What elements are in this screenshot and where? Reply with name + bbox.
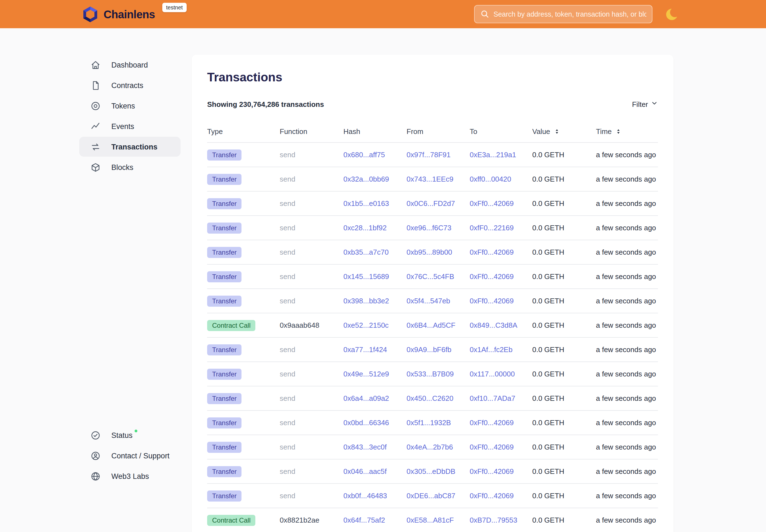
to-link[interactable]: 0xfF0...22169 xyxy=(470,224,532,232)
filter-button-label: Filter xyxy=(632,100,648,108)
sidebar-item-events[interactable]: Events xyxy=(79,116,180,136)
chainlens-app: Chainlens testnet xyxy=(0,0,766,532)
hash-link[interactable]: 0x0bd...66346 xyxy=(343,419,407,427)
to-link[interactable]: 0xFf0...42069 xyxy=(470,199,532,208)
hash-link[interactable]: 0xa77...1f424 xyxy=(343,345,407,354)
to-link[interactable]: 0xf10...7ADa7 xyxy=(470,394,532,402)
type-badge: Transfer xyxy=(207,295,241,306)
table-row: Transfer send 0x32a...0bb69 0x743...1EEc… xyxy=(207,167,658,192)
to-link[interactable]: 0xFf0...42069 xyxy=(470,297,532,305)
type-badge: Transfer xyxy=(207,271,241,282)
time-cell: a few seconds ago xyxy=(596,248,658,256)
from-link[interactable]: 0x0C6...FD2d7 xyxy=(407,199,470,208)
to-link[interactable]: 0xB7D...79553 xyxy=(470,516,532,524)
to-link[interactable]: 0xff0...00420 xyxy=(470,175,532,183)
from-link[interactable]: 0xE58...A81cF xyxy=(407,516,470,524)
sidebar-item-dashboard[interactable]: Dashboard xyxy=(79,55,180,75)
function-cell: send xyxy=(280,248,343,256)
from-link[interactable]: 0x305...eDbDB xyxy=(407,467,470,476)
from-link[interactable]: 0x97f...78F91 xyxy=(407,151,470,159)
table-row: Transfer send 0xb35...a7c70 0xb95...89b0… xyxy=(207,240,658,265)
from-link[interactable]: 0x6B4...Ad5CF xyxy=(407,321,470,329)
column-header-function: Function xyxy=(280,127,343,136)
table-row: Transfer send 0x680...aff75 0x97f...78F9… xyxy=(207,143,658,167)
sort-icon-value[interactable] xyxy=(554,128,561,135)
hash-link[interactable]: 0xe52...2150c xyxy=(343,321,407,329)
to-link[interactable]: 0xFf0...42069 xyxy=(470,272,532,281)
time-cell: a few seconds ago xyxy=(596,321,658,329)
value-cell: 0.0 GETH xyxy=(532,151,596,159)
from-link[interactable]: 0x9A9...bF6fb xyxy=(407,345,470,354)
from-link[interactable]: 0xDE6...abC87 xyxy=(407,492,470,500)
table-row: Transfer send 0x6a4...a09a2 0x450...C262… xyxy=(207,386,658,411)
function-cell: send xyxy=(280,419,343,427)
to-link[interactable]: 0xFf0...42069 xyxy=(470,443,532,451)
hash-link[interactable]: 0x046...aac5f xyxy=(343,467,407,476)
function-cell: send xyxy=(280,199,343,208)
function-cell: send xyxy=(280,370,343,378)
filter-button[interactable]: Filter xyxy=(632,100,658,109)
table-row: Transfer send 0xb0f...46483 0xDE6...abC8… xyxy=(207,484,658,508)
search-icon xyxy=(480,9,490,19)
summary-row: Showing 230,764,286 transactions Filter xyxy=(207,100,658,109)
hash-link[interactable]: 0x6a4...a09a2 xyxy=(343,394,407,402)
to-link[interactable]: 0x117...00000 xyxy=(470,370,532,378)
chevron-down-icon xyxy=(651,100,658,109)
to-link[interactable]: 0xFf0...42069 xyxy=(470,492,532,500)
search-input[interactable] xyxy=(474,5,653,23)
function-cell: 0x9aaab648 xyxy=(280,321,343,329)
brand-logo[interactable]: Chainlens testnet xyxy=(82,6,187,22)
to-link[interactable]: 0x849...C3d8A xyxy=(470,321,532,329)
function-cell: send xyxy=(280,467,343,476)
hash-link[interactable]: 0x64f...75af2 xyxy=(343,516,407,524)
hash-link[interactable]: 0x145...15689 xyxy=(343,272,407,281)
column-header-time: Time xyxy=(596,127,658,136)
support-person-circle-icon xyxy=(90,450,101,461)
token-icon xyxy=(90,100,101,111)
from-link[interactable]: 0x76C...5c4FB xyxy=(407,272,470,281)
hash-link[interactable]: 0x680...aff75 xyxy=(343,151,407,159)
status-check-circle-icon xyxy=(90,430,101,440)
sort-icon-time[interactable] xyxy=(615,128,622,135)
sidebar-item-label: Dashboard xyxy=(111,61,148,69)
to-link[interactable]: 0xFf0...42069 xyxy=(470,248,532,256)
hash-link[interactable]: 0x398...bb3e2 xyxy=(343,297,407,305)
function-cell: send xyxy=(280,151,343,159)
hash-link[interactable]: 0xc28...1bf92 xyxy=(343,224,407,232)
sidebar-item-contact-support[interactable]: Contact / Support xyxy=(79,446,180,466)
moon-icon[interactable] xyxy=(665,7,679,21)
sidebar-item-tokens[interactable]: Tokens xyxy=(79,96,180,116)
from-link[interactable]: 0x5f4...547eb xyxy=(407,297,470,305)
to-link[interactable]: 0xFf0...42069 xyxy=(470,467,532,476)
from-link[interactable]: 0xb95...89b00 xyxy=(407,248,470,256)
sidebar-item-blocks[interactable]: Blocks xyxy=(79,157,180,177)
from-link[interactable]: 0xe96...f6C73 xyxy=(407,224,470,232)
to-link[interactable]: 0xFf0...42069 xyxy=(470,419,532,427)
value-cell: 0.0 GETH xyxy=(532,175,596,183)
sidebar-item-contracts[interactable]: Contracts xyxy=(79,75,180,95)
time-cell: a few seconds ago xyxy=(596,394,658,402)
hash-link[interactable]: 0x843...3ec0f xyxy=(343,443,407,451)
from-link[interactable]: 0x743...1EEc9 xyxy=(407,175,470,183)
column-header-value-label: Value xyxy=(532,127,550,136)
hash-link[interactable]: 0x49e...512e9 xyxy=(343,370,407,378)
sidebar-item-web3-labs[interactable]: Web3 Labs xyxy=(79,466,180,486)
to-link[interactable]: 0xE3a...219a1 xyxy=(470,151,532,159)
to-link[interactable]: 0x1Af...fc2Eb xyxy=(470,345,532,354)
from-link[interactable]: 0x5f1...1932B xyxy=(407,419,470,427)
sidebar-item-transactions[interactable]: Transactions xyxy=(79,137,180,157)
from-link[interactable]: 0x4eA...2b7b6 xyxy=(407,443,470,451)
hash-link[interactable]: 0xb0f...46483 xyxy=(343,492,407,500)
type-badge: Contract Call xyxy=(207,320,255,331)
value-cell: 0.0 GETH xyxy=(532,248,596,256)
sidebar-item-label: Contact / Support xyxy=(111,451,169,460)
function-cell: send xyxy=(280,345,343,354)
hash-link[interactable]: 0xb35...a7c70 xyxy=(343,248,407,256)
hash-link[interactable]: 0x32a...0bb69 xyxy=(343,175,407,183)
table-row: Transfer send 0x0bd...66346 0x5f1...1932… xyxy=(207,411,658,435)
from-link[interactable]: 0x533...B7B09 xyxy=(407,370,470,378)
top-header-bar: Chainlens testnet xyxy=(0,0,766,28)
sidebar-item-status[interactable]: Status xyxy=(79,425,180,445)
from-link[interactable]: 0x450...C2620 xyxy=(407,394,470,402)
hash-link[interactable]: 0x1b5...e0163 xyxy=(343,199,407,208)
